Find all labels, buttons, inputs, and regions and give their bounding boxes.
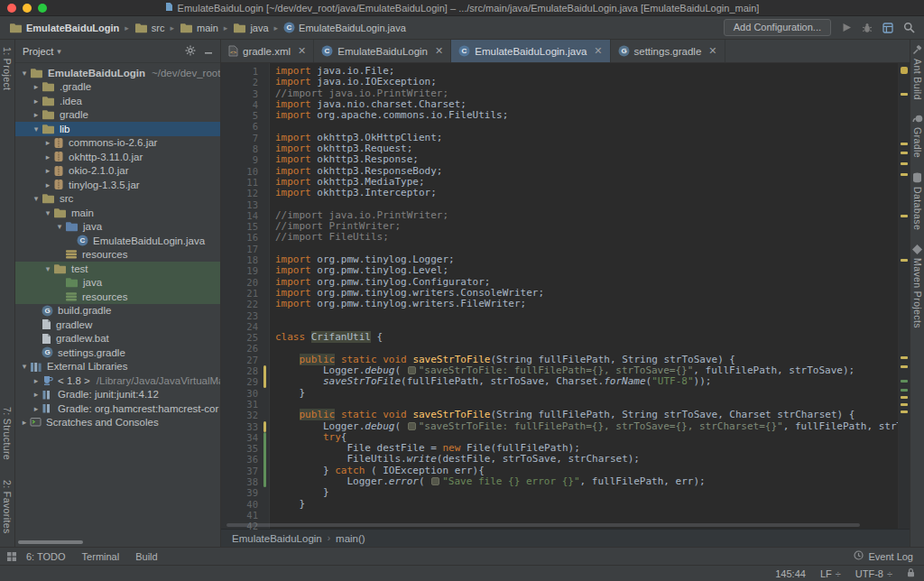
tree-row-okhttp-3-11-0-jar[interactable]: ▸okhttp-3.11.0.jar [15, 150, 220, 164]
stripe-mark[interactable] [901, 396, 908, 399]
lock-icon[interactable] [907, 567, 915, 579]
add-configuration-button[interactable]: Add Configuration... [724, 19, 831, 36]
toolwindow-stripe-1-project[interactable]: 1: Project [2, 47, 13, 90]
editor-tab-emulatebaidulogin[interactable]: CEmulateBaiduLogin✕ [314, 40, 451, 62]
event-log-button[interactable]: Event Log [868, 551, 913, 562]
tree-row-gradle-org-hamcrest-hamcrest-cor[interactable]: ▸Gradle: org.hamcrest:hamcrest-cor [15, 401, 220, 416]
tree-row-java[interactable]: java [15, 276, 220, 290]
run-icon[interactable] [842, 23, 852, 32]
breadcrumb-item-emulatebaidulogin[interactable]: EmulateBaiduLogin [9, 23, 119, 33]
tree-row-resources[interactable]: resources [15, 290, 220, 304]
caret-position-widget[interactable]: 145:44 [775, 568, 806, 579]
stripe-mark[interactable] [901, 356, 908, 359]
close-tab-icon[interactable]: ✕ [435, 45, 443, 57]
tree-row-lib[interactable]: ▾lib [15, 122, 220, 136]
tree-expand-icon[interactable]: ▾ [54, 222, 65, 231]
tree-expand-icon[interactable]: ▾ [19, 69, 30, 78]
tree-expand-icon[interactable]: ▸ [42, 166, 53, 175]
tree-row-gradle[interactable]: ▸.gradle [15, 80, 220, 95]
tree-row-gradlew-bat[interactable]: gradlew.bat [15, 332, 220, 346]
toolwindow-stripe-database[interactable]: Database [912, 172, 923, 230]
editor-code-area[interactable]: import java.io.File;import java.io.IOExc… [270, 63, 898, 529]
debug-icon[interactable] [862, 23, 873, 33]
toolwindow-button-6-todo[interactable]: 6: TODO [18, 548, 74, 565]
stripe-mark[interactable] [901, 403, 908, 406]
tree-expand-icon[interactable]: ▸ [31, 404, 42, 413]
stripe-mark[interactable] [901, 173, 908, 176]
tree-row-commons-io-2-6-jar[interactable]: ▸commons-io-2.6.jar [15, 136, 220, 151]
tree-row-settings-gradle[interactable]: Gsettings.gradle [15, 346, 220, 360]
stripe-mark[interactable] [901, 215, 908, 217]
tree-row-okio-2-1-0-jar[interactable]: ▸okio-2.1.0.jar [15, 164, 220, 179]
toolwindow-stripe-2-favorites[interactable]: 2: Favorites [2, 480, 13, 534]
tree-row-main[interactable]: ▾main [15, 206, 220, 220]
tree-row-src[interactable]: ▾src [15, 192, 220, 207]
stripe-mark[interactable] [901, 410, 908, 413]
editor-error-stripe[interactable] [898, 63, 910, 529]
tree-expand-icon[interactable]: ▸ [42, 138, 53, 147]
stripe-mark[interactable] [901, 143, 908, 145]
tree-expand-icon[interactable]: ▸ [19, 418, 30, 427]
toolwindow-stripe-gradle[interactable]: Gradle [912, 115, 923, 158]
breadcrumb-item-emulatebaidulogin-java[interactable]: CEmulateBaiduLogin.java [283, 22, 406, 33]
tree-row-external-libraries[interactable]: ▾External Libraries [15, 360, 220, 374]
tree-row-1-8[interactable]: ▸< 1.8 >/Library/Java/JavaVirtualMa [15, 374, 220, 388]
editor-breadcrumb-main[interactable]: main() [336, 533, 365, 544]
tree-expand-icon[interactable]: ▸ [31, 110, 42, 119]
stripe-mark[interactable] [901, 389, 908, 392]
breadcrumb-item-main[interactable]: main [180, 23, 218, 33]
toolwindow-stripe-ant-build[interactable]: Ant Build [912, 45, 923, 100]
close-tab-icon[interactable]: ✕ [708, 45, 716, 57]
tree-row-gradle-junit-junit-4-12[interactable]: ▸Gradle: junit:junit:4.12 [15, 388, 220, 402]
stripe-mark[interactable] [901, 162, 908, 165]
close-tab-icon[interactable]: ✕ [594, 45, 602, 57]
tree-expand-icon[interactable]: ▾ [31, 124, 42, 134]
tree-row-emulatebaidulogin[interactable]: ▾EmulateBaiduLogin~/dev/dev_root/ja [15, 66, 220, 80]
tree-expand-icon[interactable]: ▸ [42, 180, 53, 189]
gear-icon[interactable] [185, 45, 196, 58]
tree-expand-icon[interactable]: ▸ [31, 97, 42, 106]
encoding-widget[interactable]: UTF-8÷ [855, 568, 892, 579]
tree-expand-icon[interactable]: ▾ [42, 264, 53, 273]
toolwindow-switcher-icon[interactable] [7, 552, 16, 561]
stripe-mark[interactable] [901, 93, 908, 96]
tree-expand-icon[interactable]: ▸ [31, 82, 42, 91]
tree-expand-icon[interactable]: ▸ [31, 390, 42, 399]
breadcrumb-item-src[interactable]: src [134, 23, 165, 33]
line-separator-widget[interactable]: LF÷ [820, 568, 841, 579]
tree-row-scratches-and-consoles[interactable]: ▸Scratches and Consoles [15, 416, 220, 430]
toolwindow-button-terminal[interactable]: Terminal [74, 548, 128, 565]
tree-row-test[interactable]: ▾test [15, 262, 220, 276]
zoom-window-button[interactable] [38, 4, 47, 13]
tree-expand-icon[interactable]: ▸ [42, 152, 53, 161]
stripe-mark[interactable] [901, 365, 908, 368]
close-window-button[interactable] [7, 4, 16, 13]
stripe-mark[interactable] [901, 152, 908, 154]
tree-expand-icon[interactable]: ▾ [42, 208, 53, 217]
inspection-status-indicator[interactable] [901, 67, 908, 74]
stripe-mark[interactable] [901, 259, 908, 262]
hide-panel-icon[interactable] [204, 46, 213, 57]
tree-row-build-gradle[interactable]: Gbuild.gradle [15, 304, 220, 318]
editor-tab-emulatebaidulogin-java[interactable]: CEmulateBaiduLogin.java✕ [451, 40, 610, 62]
tree-row-java[interactable]: ▾java [15, 220, 220, 235]
tree-expand-icon[interactable]: ▸ [31, 376, 42, 385]
search-everywhere-icon[interactable] [903, 22, 915, 33]
editor-breadcrumb-emulatebaidulogin[interactable]: EmulateBaiduLogin [232, 533, 322, 544]
tree-expand-icon[interactable]: ▾ [31, 194, 42, 203]
editor-tab-gradle-xml[interactable]: <>gradle.xml✕ [221, 40, 314, 62]
breadcrumb-item-java[interactable]: java [233, 23, 268, 33]
stripe-mark[interactable] [901, 380, 908, 383]
tree-row-tinylog-1-3-5-jar[interactable]: ▸tinylog-1.3.5.jar [15, 178, 220, 192]
tree-row-gradle[interactable]: ▸gradle [15, 108, 220, 123]
tree-row-emulatebaidulogin-java[interactable]: CEmulateBaiduLogin.java [15, 234, 220, 248]
editor-horizontal-scrollbar[interactable] [226, 523, 860, 527]
project-structure-icon[interactable] [882, 23, 893, 33]
minimize-window-button[interactable] [23, 4, 32, 13]
close-tab-icon[interactable]: ✕ [298, 45, 306, 57]
toolwindow-stripe-7-structure[interactable]: 7: Structure [2, 407, 13, 460]
project-horizontal-scrollbar[interactable] [18, 540, 83, 544]
tree-row-idea[interactable]: ▸.idea [15, 94, 220, 108]
tree-row-resources[interactable]: resources [15, 248, 220, 263]
toolwindow-stripe-maven-projects[interactable]: Maven Projects [912, 244, 923, 328]
